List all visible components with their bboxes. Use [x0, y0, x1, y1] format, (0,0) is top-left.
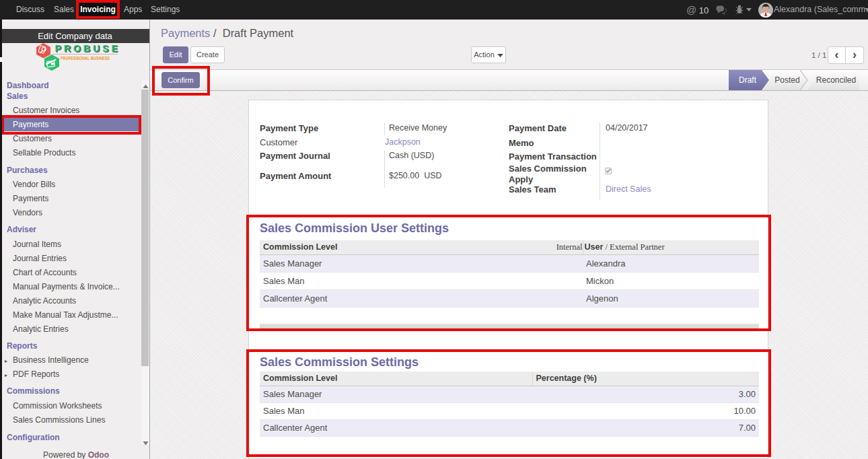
svg-text:PROFESSIONAL BUSINESS: PROFESSIONAL BUSINESS [61, 55, 110, 61]
svg-text:PROBUSE: PROBUSE [55, 43, 120, 54]
